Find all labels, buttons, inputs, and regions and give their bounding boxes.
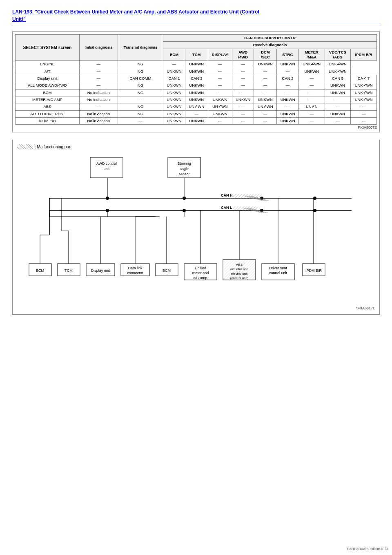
col-ipdm: IPDM E/R	[351, 49, 377, 61]
col-vdc: VDC/TCS/ABS	[325, 49, 351, 61]
initial-diag-header: Initial diagnosis	[79, 35, 118, 61]
page-title: LAN-193. "Circuit Check Between Unified …	[12, 8, 380, 24]
svg-text:AWD control: AWD control	[96, 161, 117, 166]
svg-rect-13	[233, 206, 258, 211]
svg-text:Unified: Unified	[195, 266, 206, 270]
table-row: ALL MODE AWD/4WD — NG UNKWN UNKWN — — — …	[16, 82, 377, 89]
table-row: A/T — NG UNKWN UNKWN — — — — UNKWN UNK✓W…	[16, 68, 377, 75]
watermark: carmanualsoniline.info	[347, 546, 388, 551]
svg-text:control unit: control unit	[269, 271, 287, 275]
svg-text:ABS: ABS	[236, 263, 243, 266]
network-diagram: AWD control unit Steering angle sensor C…	[17, 153, 376, 304]
svg-text:Data link: Data link	[128, 266, 143, 270]
svg-text:A/C amp.: A/C amp.	[193, 276, 208, 280]
svg-text:actuator and: actuator and	[230, 267, 248, 271]
col-bcm: BCM/SEC	[254, 49, 277, 61]
table-row: METER A/C AMP No indication — UNKWN UNKW…	[16, 96, 377, 103]
malfunc-label: : Malfunctioning part	[17, 144, 375, 149]
col-meter: METER/M&A	[298, 49, 325, 61]
svg-text:TCM: TCM	[65, 269, 73, 273]
skia-code: SKIA6617E	[17, 306, 375, 310]
col-ecm: ECM	[163, 49, 185, 61]
col-awd: AWD/4WD	[232, 49, 254, 61]
svg-text:CAN H: CAN H	[221, 193, 233, 197]
svg-text:ECM: ECM	[36, 269, 44, 273]
svg-text:IPDM E/R: IPDM E/R	[305, 269, 322, 273]
hatch-icon	[17, 144, 33, 149]
svg-text:Steering: Steering	[177, 161, 191, 166]
receive-diag-header: Receive diagnosis	[163, 42, 377, 49]
table-row: BCM No indication NG UNKWN UNKWN — — — —…	[16, 89, 377, 96]
select-system-header: SELECT SYSTEM screen	[16, 35, 80, 61]
svg-text:sensor: sensor	[178, 172, 189, 176]
svg-text:Display unit: Display unit	[91, 269, 110, 273]
table-container: SELECT SYSTEM screen Initial diagnosis T…	[12, 31, 380, 132]
col-tcm: TCM	[185, 49, 208, 61]
svg-text:Driver seat: Driver seat	[269, 266, 287, 270]
table-row: IPDM E/R No in✓cation — UNKWN UNKWN — — …	[16, 118, 377, 125]
table-row: ABS — NG UNKWN UN✓WN UN✓WN — UN✓WN — UN✓…	[16, 103, 377, 110]
svg-text:(control unit): (control unit)	[230, 276, 249, 280]
svg-text:electric unit: electric unit	[231, 272, 248, 275]
can-support-header: CAN DIAG SUPPORT MNTR	[163, 35, 377, 42]
diagram-container: : Malfunctioning part AWD control unit S…	[12, 140, 380, 315]
svg-text:meter and: meter and	[192, 271, 209, 275]
transmit-diag-header: Transmit diagnosis	[118, 35, 163, 61]
svg-text:connector: connector	[127, 271, 143, 275]
svg-text:unit: unit	[104, 167, 110, 171]
pkia-code: PKIA8007E	[15, 125, 377, 130]
svg-text:BCM: BCM	[163, 269, 171, 273]
table-row: Display unit — CAN COMM CAN 1 CAN 3 — — …	[16, 75, 377, 82]
col-strg: STRG	[277, 49, 299, 61]
svg-text:CAN L: CAN L	[221, 206, 232, 210]
col-display: DISPLAY	[208, 49, 232, 61]
svg-text:angle: angle	[180, 167, 189, 171]
table-row: AUTO DRIVE POS. No in✓cation NG UNKWN — …	[16, 110, 377, 117]
table-row: ENGINE — NG — UNKWN — — UNKWN UNKWN UNK✓…	[16, 61, 377, 68]
diag-table: SELECT SYSTEM screen Initial diagnosis T…	[15, 34, 377, 125]
